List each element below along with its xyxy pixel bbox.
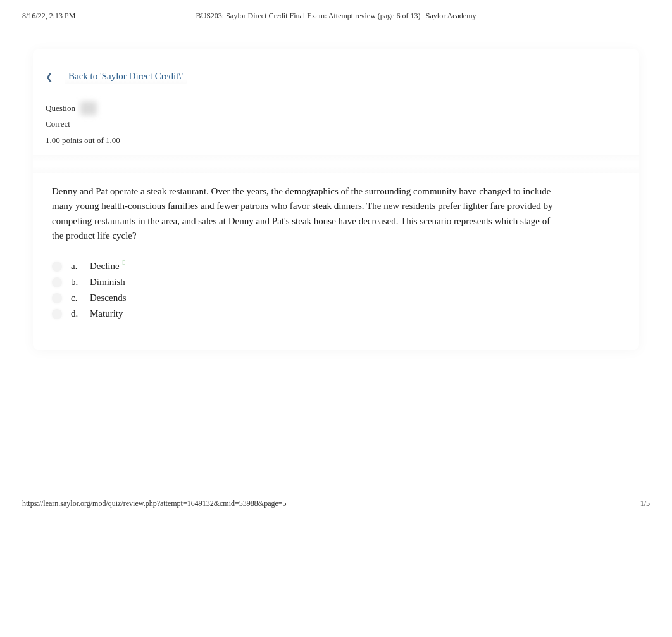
- question-label: Question: [46, 101, 75, 115]
- footer-page-counter: 1/5: [640, 499, 650, 508]
- question-body: Denny and Pat operate a steak restaurant…: [33, 173, 639, 331]
- option-text: Maturity: [90, 308, 123, 319]
- option-b[interactable]: b. Diminish: [52, 277, 620, 287]
- options-list: a. Decline ▯ b. Diminish c. Descends: [52, 261, 620, 319]
- back-link-row: ❮ Back to 'Saylor Direct Credit\': [33, 49, 639, 96]
- question-card: ❮ Back to 'Saylor Direct Credit\' Questi…: [33, 49, 639, 350]
- radio-icon: [52, 277, 62, 287]
- option-letter: b.: [71, 277, 81, 287]
- option-text: Descends: [90, 293, 126, 303]
- question-number-redacted: [80, 101, 97, 115]
- question-meta: Question Correct 1.00 points out of 1.00: [33, 96, 639, 151]
- question-number-row: Question: [46, 101, 97, 115]
- radio-icon: [52, 262, 62, 272]
- question-text: Denny and Pat operate a steak restaurant…: [52, 184, 558, 243]
- option-d[interactable]: d. Maturity: [52, 308, 620, 319]
- chevron-left-icon: ❮: [46, 72, 53, 82]
- footer-url: https://learn.saylor.org/mod/quiz/review…: [22, 499, 287, 508]
- option-c[interactable]: c. Descends: [52, 293, 620, 303]
- header-title: BUS203: Saylor Direct Credit Final Exam:…: [0, 11, 672, 21]
- option-text: Decline: [90, 261, 120, 272]
- question-points: 1.00 points out of 1.00: [46, 133, 626, 148]
- option-text: Diminish: [90, 277, 125, 287]
- radio-icon: [52, 293, 62, 303]
- back-link[interactable]: Back to 'Saylor Direct Credit\': [65, 68, 187, 84]
- radio-icon: [52, 309, 62, 319]
- question-status: Correct: [46, 117, 626, 131]
- option-letter: c.: [71, 293, 81, 303]
- option-a[interactable]: a. Decline ▯: [52, 261, 620, 272]
- option-letter: d.: [71, 308, 81, 319]
- correct-mark-icon: ▯: [122, 258, 126, 265]
- section-divider: [33, 155, 639, 173]
- option-letter: a.: [71, 261, 81, 272]
